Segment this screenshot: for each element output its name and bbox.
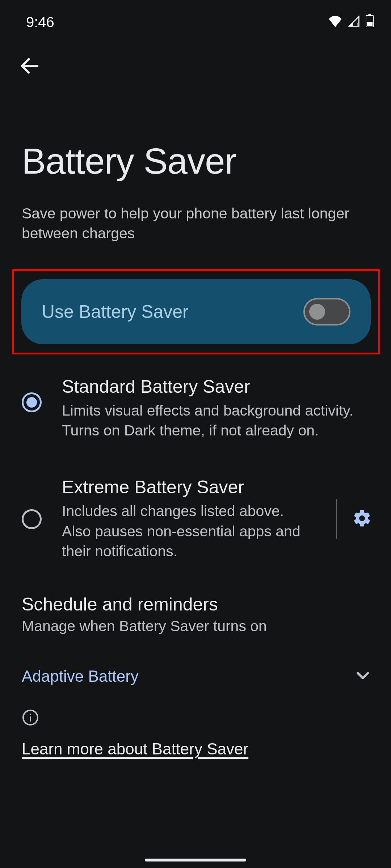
info-icon [22, 709, 39, 726]
svg-rect-5 [30, 716, 31, 722]
use-battery-saver-switch[interactable] [303, 298, 350, 326]
radio-extreme[interactable] [22, 509, 42, 529]
learn-more-link[interactable]: Learn more about Battery Saver [22, 740, 248, 758]
gear-icon [352, 509, 372, 529]
status-time: 9:46 [26, 14, 54, 30]
schedule-row[interactable]: Schedule and reminders Manage when Batte… [0, 561, 391, 635]
battery-icon [366, 14, 374, 30]
signal-icon: ! [348, 14, 361, 30]
option-standard-row[interactable]: Standard Battery Saver Limits visual eff… [0, 354, 391, 441]
schedule-title: Schedule and reminders [22, 594, 369, 615]
svg-rect-3 [367, 22, 373, 26]
app-bar [0, 36, 391, 79]
switch-thumb [309, 304, 325, 320]
adaptive-battery-label: Adaptive Battery [22, 667, 139, 685]
option-extreme-desc: Includes all changes listed above. Also … [62, 501, 309, 561]
adaptive-battery-row[interactable]: Adaptive Battery [0, 635, 391, 687]
info-section: Learn more about Battery Saver [0, 687, 391, 758]
status-icons: ! [328, 14, 374, 30]
svg-rect-2 [368, 14, 371, 16]
use-battery-saver-label: Use Battery Saver [42, 301, 189, 322]
back-icon[interactable] [18, 72, 41, 78]
radio-standard[interactable] [22, 392, 42, 412]
chevron-down-icon [353, 665, 373, 687]
svg-rect-6 [30, 714, 31, 715]
status-bar: 9:46 ! [0, 0, 391, 36]
option-extreme-title: Extreme Battery Saver [62, 477, 309, 498]
schedule-desc: Manage when Battery Saver turns on [22, 618, 369, 635]
option-standard-text: Standard Battery Saver Limits visual eff… [62, 376, 373, 441]
page-subtitle: Save power to help your phone battery la… [0, 182, 391, 244]
use-battery-saver-row[interactable]: Use Battery Saver [21, 279, 371, 344]
option-standard-desc: Limits visual effects and background act… [62, 401, 373, 441]
highlight-annotation: Use Battery Saver [12, 269, 380, 354]
option-standard-title: Standard Battery Saver [62, 376, 373, 397]
option-extreme-row[interactable]: Extreme Battery Saver Includes all chang… [0, 441, 391, 561]
wifi-icon [328, 14, 342, 30]
page-title: Battery Saver [0, 79, 391, 182]
svg-text:!: ! [357, 22, 358, 27]
nav-handle[interactable] [145, 859, 246, 861]
extreme-settings-button[interactable] [351, 508, 373, 530]
option-extreme-side [336, 499, 373, 539]
option-extreme-text: Extreme Battery Saver Includes all chang… [62, 477, 309, 561]
